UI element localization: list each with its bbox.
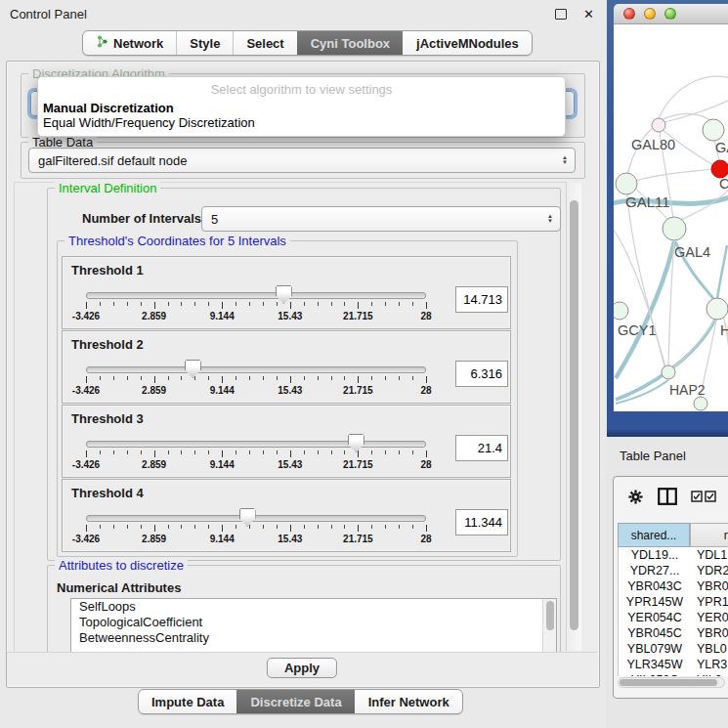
threshold-value-field[interactable]: [455, 286, 508, 313]
attribute-list-item[interactable]: TopologicalCoefficient: [71, 615, 556, 630]
tab-label: Network: [113, 36, 163, 51]
network-node[interactable]: [616, 173, 637, 194]
close-traffic-light-icon[interactable]: [623, 8, 635, 20]
vertical-scrollbar[interactable]: [566, 183, 581, 651]
slider-track[interactable]: [86, 441, 426, 448]
table-row[interactable]: YIL052CYIL0: [619, 672, 728, 676]
column-split-icon[interactable]: [658, 488, 677, 505]
threshold-slider[interactable]: -3.4262.8599.14415.4321.71528: [86, 286, 426, 325]
threshold-slider[interactable]: -3.4262.8599.14415.4321.71528: [86, 435, 426, 474]
node-table: shared...na YDL19...YDL1YDR27...YDR2YBR0…: [618, 523, 728, 676]
vertical-scrollbar-thumb[interactable]: [570, 200, 578, 630]
tab-label: jActiveMNodules: [416, 36, 519, 51]
tab-cyni-toolbox[interactable]: Cyni Toolbox: [297, 31, 403, 55]
network-node[interactable]: [652, 118, 665, 132]
table-horizontal-scrollbar[interactable]: [618, 677, 725, 688]
screen: Control Panel ✕ NetworkStyleSelectCyni T…: [0, 0, 728, 728]
close-icon[interactable]: ✕: [583, 8, 594, 21]
window-frame-bottom: [607, 430, 728, 437]
table-row[interactable]: YER054CYER0: [619, 610, 728, 625]
threshold-value-field[interactable]: [455, 435, 508, 461]
table-cell: YIL0: [691, 672, 722, 676]
network-window: GAL80GACGAL11GAL4GCY1HHAP2: [607, 0, 728, 437]
table-header-row: shared...na: [618, 523, 728, 547]
table-row[interactable]: YBL079WYBL0: [619, 641, 728, 657]
popup-option[interactable]: Equal Width/Frequency Discretization: [43, 115, 255, 130]
num-intervals-value: 5: [211, 212, 218, 227]
network-node-label: GAL80: [631, 137, 675, 152]
threshold-value-field[interactable]: [455, 361, 508, 387]
tab-impute-data[interactable]: Impute Data: [139, 690, 236, 713]
network-canvas[interactable]: GAL80GACGAL11GAL4GCY1HHAP2: [614, 24, 728, 411]
tab-select[interactable]: Select: [233, 31, 296, 55]
numerical-attributes-list[interactable]: SelfLoopsTopologicalCoefficientBetweenne…: [70, 598, 557, 653]
float-panel-icon[interactable]: [555, 9, 567, 20]
threshold-label: Threshold 3: [71, 411, 144, 426]
attributes-scrollbar[interactable]: [542, 599, 556, 652]
attribute-list-item[interactable]: SelfLoops: [71, 599, 556, 615]
slider-track[interactable]: [86, 366, 426, 373]
threshold-value-field[interactable]: [455, 509, 508, 535]
network-icon: [96, 34, 108, 52]
network-node-label: HAP2: [669, 382, 706, 398]
threshold-slider[interactable]: -3.4262.8599.14415.4321.71528: [86, 361, 426, 400]
tab-style[interactable]: Style: [176, 31, 233, 55]
threshold-slider[interactable]: -3.4262.8599.14415.4321.71528: [86, 509, 426, 548]
slider-ticks: [86, 450, 426, 458]
slider-tick-labels: -3.4262.8599.14415.4321.71528: [86, 459, 426, 471]
slider-track[interactable]: [86, 515, 426, 522]
table-cell: YDR2: [691, 563, 728, 578]
control-panel: Control Panel ✕ NetworkStyleSelectCyni T…: [0, 0, 606, 728]
table-row[interactable]: YBR045CYBR0: [619, 625, 728, 641]
table-cell: YBL0: [691, 641, 727, 657]
apply-bar: Apply: [7, 652, 597, 686]
network-node[interactable]: [703, 119, 724, 141]
tab-label: Style: [190, 36, 220, 51]
num-intervals-combobox[interactable]: 5 ▲▼: [201, 206, 561, 232]
table-data-combobox[interactable]: galFiltered.sif default node ▲▼: [28, 148, 576, 173]
table-row[interactable]: YLR345WYLR3: [619, 657, 728, 672]
column-header[interactable]: na: [690, 523, 728, 547]
network-node[interactable]: [662, 365, 675, 379]
network-node[interactable]: [614, 302, 628, 320]
combo-stepper-icon: ▲▼: [562, 149, 568, 172]
gear-icon[interactable]: [627, 489, 644, 505]
table-row[interactable]: YPR145WYPR1: [619, 594, 728, 610]
table-cell: YER054C: [619, 610, 691, 625]
attribute-list-item[interactable]: BetweennessCentrality: [71, 630, 556, 646]
apply-button[interactable]: Apply: [267, 658, 337, 678]
minimize-traffic-light-icon[interactable]: [644, 8, 656, 20]
tab-discretize-data[interactable]: Discretize Data: [236, 690, 354, 713]
table-cell: YBR0: [691, 578, 728, 594]
table-cell: YBR045C: [619, 625, 691, 641]
algorithm-dropdown-popup: Select algorithm to view settings Manual…: [37, 76, 566, 137]
attribute-items: SelfLoopsTopologicalCoefficientBetweenne…: [71, 599, 556, 646]
network-node[interactable]: [663, 217, 686, 240]
table-row[interactable]: YDR27...YDR2: [619, 563, 728, 578]
tab-jactivemnodules[interactable]: jActiveMNodules: [403, 31, 532, 55]
table-row[interactable]: YBR043CYBR0: [619, 578, 728, 594]
table-panel: shared...na YDL19...YDL1YDR27...YDR2YBR0…: [613, 476, 728, 699]
threshold-panel: Threshold 3-3.4262.8599.14415.4321.71528: [62, 405, 511, 478]
select-columns-icon[interactable]: [691, 491, 716, 502]
table-hscroll-thumb[interactable]: [620, 679, 717, 686]
zoom-traffic-light-icon[interactable]: [664, 8, 676, 20]
network-node[interactable]: [707, 298, 728, 320]
slider-ticks: [86, 302, 426, 310]
slider-track[interactable]: [86, 292, 426, 299]
tab-infer-network[interactable]: Infer Network: [355, 690, 462, 713]
slider-tick-labels: -3.4262.8599.14415.4321.71528: [86, 311, 426, 322]
network-window-titlebar[interactable]: [614, 4, 728, 24]
column-header[interactable]: shared...: [618, 523, 690, 547]
threshold-label: Threshold 1: [71, 263, 144, 278]
popup-option[interactable]: Manual Discretization: [43, 101, 174, 115]
network-node-label: H: [720, 322, 728, 338]
table-data-value: galFiltered.sif default node: [38, 153, 187, 168]
table-row[interactable]: YDL19...YDL1: [619, 547, 728, 563]
table-panel-header: Table Panel: [606, 437, 728, 474]
attributes-scrollbar-thumb[interactable]: [546, 601, 554, 630]
network-node[interactable]: [694, 397, 707, 410]
table-cell: YER0: [691, 610, 728, 625]
table-panel-toolbar: [627, 486, 716, 507]
tab-network[interactable]: Network: [83, 31, 176, 55]
